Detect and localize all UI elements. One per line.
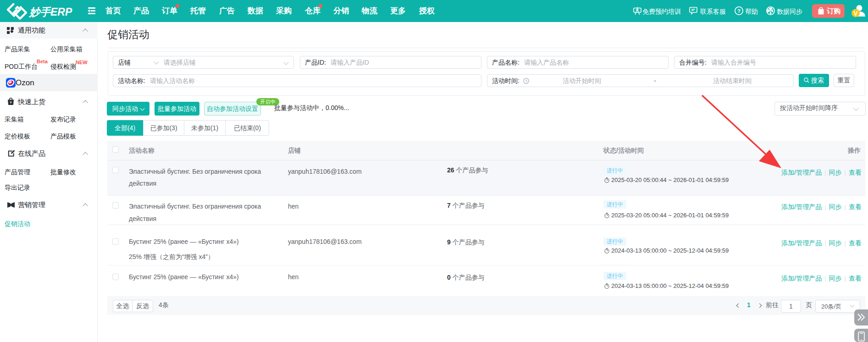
svg-text:V: V — [853, 10, 858, 17]
svg-text:?: ? — [737, 8, 741, 14]
